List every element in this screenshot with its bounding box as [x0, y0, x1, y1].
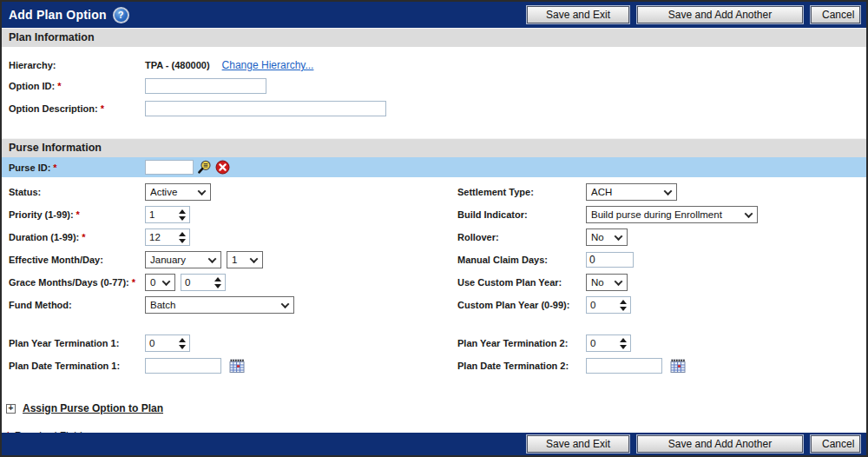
- spinner-down-icon: [179, 239, 186, 243]
- spinner-down-icon: [620, 307, 627, 311]
- save-and-exit-button[interactable]: Save and Exit: [527, 435, 629, 453]
- cancel-button[interactable]: Cancel: [811, 435, 860, 453]
- chevron-down-icon: [664, 187, 673, 195]
- chevron-down-icon: [615, 232, 623, 241]
- bottom-action-bar: Save and Exit Save and Add Another Cance…: [2, 433, 866, 455]
- save-and-exit-button[interactable]: Save and Exit: [527, 6, 629, 23]
- save-and-add-another-button[interactable]: Save and Add Another: [637, 435, 803, 453]
- spinner-down-icon: [179, 345, 186, 349]
- form-row: Duration (1-99):* 12 Rollover: No: [2, 226, 866, 248]
- settlement-type-select[interactable]: ACH: [586, 183, 677, 201]
- plan-information-header: Plan Information: [2, 28, 866, 47]
- fund-method-select[interactable]: Batch: [145, 296, 294, 314]
- plan-year-termination-2-spinner[interactable]: 0: [586, 334, 631, 352]
- rollover-select[interactable]: No: [586, 228, 628, 246]
- effective-day-select[interactable]: 1: [227, 251, 263, 268]
- spinner-arrows[interactable]: [179, 338, 189, 349]
- chevron-down-icon: [162, 277, 171, 286]
- purse-lookup-icon[interactable]: [197, 160, 212, 175]
- effective-month-day-label: Effective Month/Day:: [2, 255, 145, 265]
- calendar-icon[interactable]: [229, 359, 245, 373]
- blank-row: [2, 316, 866, 332]
- custom-plan-year-label: Custom Plan Year (0-99):: [457, 300, 586, 310]
- assign-purse-option-link[interactable]: Assign Purse Option to Plan: [23, 402, 163, 414]
- hierarchy-row: Hierarchy: TPA - (480000) Change Hierarc…: [2, 56, 866, 75]
- duration-spinner[interactable]: 12: [145, 228, 190, 246]
- chevron-down-icon: [198, 187, 207, 195]
- spinner-arrows[interactable]: [179, 232, 189, 243]
- grace-months-days-label: Grace Months/Days (0-77):*: [2, 277, 145, 288]
- save-and-add-another-button[interactable]: Save and Add Another: [637, 6, 803, 23]
- plan-year-termination-1-label: Plan Year Termination 1:: [2, 338, 145, 348]
- option-id-label: Option ID:*: [2, 81, 145, 91]
- cancel-button[interactable]: Cancel: [811, 6, 860, 23]
- purse-id-label: Purse ID:*: [2, 162, 145, 173]
- form-row: Status: Active Settlement Type: ACH: [2, 181, 866, 203]
- add-plan-option-window: Add Plan Option ? Save and Exit Save and…: [0, 0, 868, 457]
- spinner-up-icon: [179, 232, 186, 236]
- plan-year-termination-2-label: Plan Year Termination 2:: [457, 338, 586, 348]
- form-row: Grace Months/Days (0-77):* 0 0 Use Custo…: [2, 271, 866, 294]
- spinner-up-icon: [620, 338, 627, 342]
- use-custom-plan-year-select[interactable]: No: [586, 274, 628, 291]
- plan-date-termination-2-label: Plan Date Termination 2:: [457, 361, 586, 371]
- assign-purse-option-row: + Assign Purse Option to Plan: [6, 402, 866, 414]
- manual-claim-days-label: Manual Claim Days:: [457, 255, 586, 265]
- plan-date-termination-1-input[interactable]: [145, 358, 221, 374]
- form-row: Priority (1-99):* 1 Build Indicator: Bui…: [2, 203, 866, 226]
- priority-spinner[interactable]: 1: [145, 206, 190, 223]
- chevron-down-icon: [615, 277, 623, 286]
- duration-label: Duration (1-99):*: [2, 232, 145, 242]
- purse-id-input[interactable]: [145, 160, 194, 175]
- change-hierarchy-link[interactable]: Change Hierarchy...: [222, 59, 314, 71]
- chevron-down-icon: [745, 209, 753, 218]
- grace-months-select[interactable]: 0: [145, 274, 175, 291]
- hierarchy-label: Hierarchy:: [2, 60, 145, 70]
- custom-plan-year-spinner[interactable]: 0: [586, 296, 631, 314]
- chevron-down-icon: [250, 255, 259, 263]
- spinner-up-icon: [179, 338, 186, 342]
- help-icon[interactable]: ?: [113, 7, 129, 23]
- plan-date-termination-2-input[interactable]: [586, 358, 662, 374]
- status-label: Status:: [2, 187, 145, 197]
- purse-id-row: Purse ID:*: [2, 157, 866, 177]
- form-row: Plan Date Termination 1: Plan Date Termi…: [2, 354, 866, 377]
- option-description-label: Option Description:*: [2, 103, 145, 114]
- plan-information-section: Hierarchy: TPA - (480000) Change Hierarc…: [2, 47, 866, 120]
- rollover-label: Rollover:: [457, 232, 586, 242]
- purse-information-header: Purse Information: [2, 138, 866, 157]
- expand-plus-icon[interactable]: +: [6, 404, 16, 414]
- spinner-arrows[interactable]: [214, 277, 225, 288]
- spinner-arrows[interactable]: [179, 209, 189, 221]
- form-row: Effective Month/Day: January 1 Manual Cl…: [2, 248, 866, 271]
- build-indicator-select[interactable]: Build purse during Enrollment: [586, 206, 758, 223]
- plan-year-termination-1-spinner[interactable]: 0: [145, 334, 190, 352]
- option-id-row: Option ID:*: [2, 75, 866, 97]
- spinner-down-icon: [620, 345, 627, 349]
- chevron-down-icon: [281, 300, 290, 308]
- spinner-up-icon: [620, 300, 627, 304]
- option-id-input[interactable]: [145, 78, 266, 94]
- spinner-down-icon: [179, 216, 186, 221]
- purse-clear-icon[interactable]: [215, 160, 230, 175]
- use-custom-plan-year-label: Use Custom Plan Year:: [457, 277, 586, 288]
- spinner-arrows[interactable]: [620, 338, 630, 349]
- manual-claim-days-input[interactable]: [586, 252, 634, 268]
- spinner-up-icon: [179, 209, 186, 214]
- build-indicator-label: Build Indicator:: [457, 209, 586, 220]
- option-description-input[interactable]: [145, 101, 386, 116]
- calendar-icon[interactable]: [670, 359, 686, 373]
- priority-label: Priority (1-99):*: [2, 209, 145, 220]
- spinner-up-icon: [214, 277, 221, 281]
- chevron-down-icon: [208, 255, 217, 263]
- grace-days-spinner[interactable]: 0: [181, 274, 226, 291]
- purse-fields-grid: Status: Active Settlement Type: ACH Prio…: [2, 181, 866, 377]
- plan-date-termination-1-label: Plan Date Termination 1:: [2, 361, 145, 371]
- settlement-type-label: Settlement Type:: [457, 187, 586, 197]
- form-row: Plan Year Termination 1: 0 Plan Year Ter…: [2, 332, 866, 354]
- form-row: Fund Method: Batch Custom Plan Year (0-9…: [2, 294, 866, 316]
- hierarchy-value: TPA - (480000): [145, 60, 210, 70]
- status-select[interactable]: Active: [145, 183, 211, 201]
- effective-month-select[interactable]: January: [145, 251, 221, 268]
- spinner-arrows[interactable]: [620, 300, 630, 311]
